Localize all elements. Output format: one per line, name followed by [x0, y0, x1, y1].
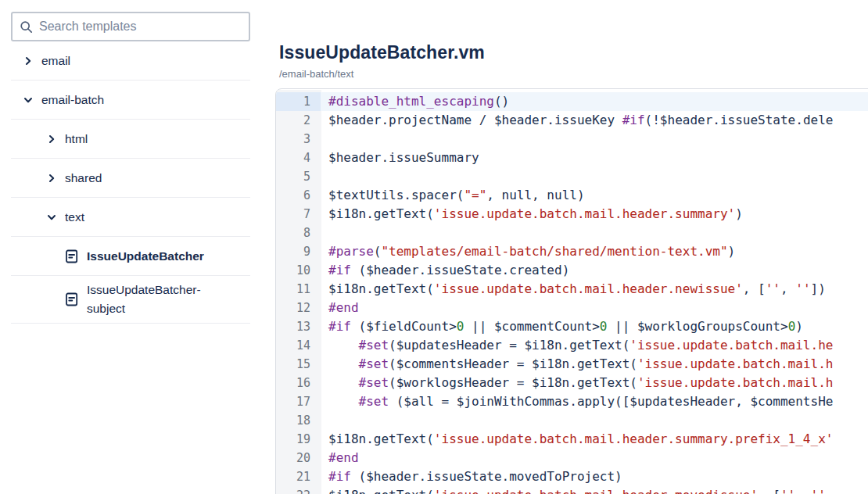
line-number: 15 — [276, 355, 321, 374]
code-line: 6$textUtils.spacer("=", null, null) — [276, 186, 868, 205]
code-line: 10#if ($header.issueState.created) — [276, 261, 868, 280]
line-number: 20 — [276, 449, 321, 467]
code-line: 3 — [276, 130, 868, 149]
tree-item-html[interactable]: html — [11, 120, 250, 159]
document-icon — [66, 292, 78, 306]
tree-item-shared[interactable]: shared — [11, 159, 250, 198]
code-line: 5 — [276, 167, 868, 186]
chevron-right-icon — [47, 134, 56, 144]
code-text: #if ($header.issueState.movedToProject) — [321, 467, 868, 486]
search-box[interactable] — [11, 12, 250, 41]
code-line: 14 #set($updatesHeader = $i18n.getText('… — [276, 336, 868, 355]
search-input[interactable] — [39, 20, 242, 34]
code-line: 4$header.issueSummary — [276, 149, 868, 167]
code-text: #set ($all = $joinWithCommas.apply([$upd… — [321, 392, 868, 411]
line-number: 19 — [276, 430, 321, 449]
code-line: 15 #set($commentsHeader = $i18n.getText(… — [276, 355, 868, 374]
code-text: #set($worklogsHeader = $i18n.getText('is… — [321, 374, 868, 392]
tree-item-issueupdatebatcher-subject[interactable]: IssueUpdateBatcher-subject — [11, 276, 250, 324]
tree-item-email-batch[interactable]: email-batch — [11, 81, 250, 120]
code-line: 1#disable_html_escaping() — [276, 92, 868, 111]
line-number: 12 — [276, 299, 321, 317]
line-number: 9 — [276, 242, 321, 261]
file-path: /email-batch/text — [279, 68, 353, 80]
code-text: #set($commentsHeader = $i18n.getText('is… — [321, 355, 868, 374]
line-number: 5 — [276, 167, 321, 186]
tree-item-label: shared — [65, 169, 102, 188]
code-line: 22$i18n.getText('issue.update.batch.mail… — [276, 486, 868, 494]
code-text: #if ($header.issueState.created) — [321, 261, 868, 280]
code-line: 11$i18n.getText('issue.update.batch.mail… — [276, 280, 868, 299]
line-number: 22 — [276, 486, 321, 494]
line-number: 10 — [276, 261, 321, 280]
tree-item-label: IssueUpdateBatcher-subject — [87, 281, 229, 318]
tree-item-label: email — [41, 52, 70, 70]
code-text: #end — [321, 449, 868, 467]
tree-item-issueupdatebatcher[interactable]: IssueUpdateBatcher — [11, 237, 250, 276]
code-line: 16 #set($worklogsHeader = $i18n.getText(… — [276, 374, 868, 392]
code-text: $header.projectName / $header.issueKey #… — [321, 111, 868, 130]
code-text: $i18n.getText('issue.update.batch.mail.h… — [321, 430, 868, 449]
code-text: $textUtils.spacer("=", null, null) — [321, 186, 868, 205]
code-line: 12#end — [276, 299, 868, 317]
search-icon — [20, 20, 33, 34]
tree-item-email[interactable]: email — [11, 41, 250, 81]
code-line: 8 — [276, 224, 868, 242]
line-number: 11 — [276, 280, 321, 299]
template-sidebar: emailemail-batchhtmlsharedtextIssueUpdat… — [0, 0, 266, 494]
code-text: #parse("templates/email-batch/shared/men… — [321, 242, 868, 261]
code-line: 21#if ($header.issueState.movedToProject… — [276, 467, 868, 486]
code-text — [321, 411, 868, 430]
tree-item-label: text — [65, 208, 84, 227]
code-line: 20#end — [276, 449, 868, 467]
code-line: 18 — [276, 411, 868, 430]
line-number: 21 — [276, 467, 321, 486]
code-text — [321, 130, 868, 149]
code-text: $i18n.getText('issue.update.batch.mail.h… — [321, 486, 868, 494]
line-number: 13 — [276, 317, 321, 336]
code-lines: 1#disable_html_escaping()2$header.projec… — [276, 92, 868, 494]
code-line: 7$i18n.getText('issue.update.batch.mail.… — [276, 205, 868, 224]
line-number: 16 — [276, 374, 321, 392]
line-number: 7 — [276, 205, 321, 224]
code-text — [321, 167, 868, 186]
code-text: $i18n.getText('issue.update.batch.mail.h… — [321, 280, 868, 299]
code-line: 9#parse("templates/email-batch/shared/me… — [276, 242, 868, 261]
tree-item-text[interactable]: text — [11, 198, 250, 237]
line-number: 14 — [276, 336, 321, 355]
code-text: #set($updatesHeader = $i18n.getText('iss… — [321, 336, 868, 355]
code-line: 17 #set ($all = $joinWithCommas.apply([$… — [276, 392, 868, 411]
chevron-down-icon — [23, 95, 33, 105]
chevron-down-icon — [47, 213, 56, 222]
code-text: #end — [321, 299, 868, 317]
code-editor: 1#disable_html_escaping()2$header.projec… — [275, 88, 868, 494]
code-text: #disable_html_escaping() — [321, 92, 868, 111]
template-tree: emailemail-batchhtmlsharedtextIssueUpdat… — [11, 41, 250, 324]
code-line: 13#if ($fieldCount>0 || $commentCount>0 … — [276, 317, 868, 336]
tree-item-label: IssueUpdateBatcher — [87, 247, 204, 266]
code-text: $header.issueSummary — [321, 149, 868, 167]
code-line: 19$i18n.getText('issue.update.batch.mail… — [276, 430, 868, 449]
tree-item-label: html — [65, 130, 88, 149]
code-text: #if ($fieldCount>0 || $commentCount>0 ||… — [321, 317, 868, 336]
line-number: 2 — [276, 111, 321, 130]
line-number: 18 — [276, 411, 321, 430]
line-number: 4 — [276, 149, 321, 167]
tree-item-label: email-batch — [41, 91, 104, 109]
document-icon — [66, 249, 78, 263]
code-text: $i18n.getText('issue.update.batch.mail.h… — [321, 205, 868, 224]
code-text — [321, 224, 868, 242]
line-number: 1 — [276, 92, 321, 111]
page-title: IssueUpdateBatcher.vm — [279, 42, 485, 63]
chevron-right-icon — [23, 56, 33, 66]
line-number: 17 — [276, 392, 321, 411]
line-number: 8 — [276, 224, 321, 242]
line-number: 3 — [276, 130, 321, 149]
code-line: 2$header.projectName / $header.issueKey … — [276, 111, 868, 130]
chevron-right-icon — [47, 174, 56, 183]
line-number: 6 — [276, 186, 321, 205]
